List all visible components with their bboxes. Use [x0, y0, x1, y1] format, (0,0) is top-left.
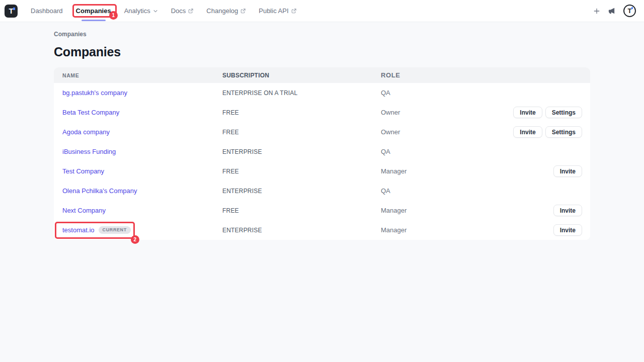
- cell-subscription: ENTERPRISE: [222, 227, 381, 234]
- breadcrumb-companies[interactable]: Companies: [54, 31, 87, 38]
- nav-item-label: Analytics: [124, 7, 150, 15]
- nav-item-docs[interactable]: Docs: [165, 0, 200, 22]
- cell-role: QA: [381, 187, 582, 195]
- user-avatar[interactable]: T: [623, 5, 636, 17]
- external-link-icon: [291, 9, 296, 14]
- column-header-role: ROLE: [381, 71, 582, 79]
- top-navigation: T DashboardCompanies1AnalyticsDocsChange…: [0, 0, 644, 22]
- invite-button[interactable]: Invite: [553, 165, 582, 177]
- nav-item-dashboard[interactable]: Dashboard: [24, 0, 69, 22]
- table-row: Next CompanyFREEManagerInvite: [54, 201, 590, 220]
- settings-button[interactable]: Settings: [545, 107, 582, 118]
- cell-subscription: FREE: [222, 129, 381, 136]
- announcements-icon[interactable]: [607, 7, 616, 15]
- company-name-wrap: bg.pastukh's company: [62, 89, 127, 97]
- cell-role: Owner: [381, 128, 513, 136]
- company-link[interactable]: Olena Pchilka's Company: [62, 187, 137, 195]
- company-link[interactable]: Beta Test Company: [62, 109, 119, 116]
- company-name-wrap: testomat.ioCURRENT2: [62, 226, 131, 234]
- table-header-row: NAME SUBSCRIPTION ROLE: [54, 67, 590, 83]
- cell-role: Manager: [381, 167, 553, 175]
- cell-actions: Invite: [553, 205, 590, 216]
- settings-button[interactable]: Settings: [545, 126, 582, 138]
- cell-role: Owner: [381, 109, 513, 116]
- cell-subscription: FREE: [222, 168, 381, 175]
- table-row: Test CompanyFREEManagerInvite: [54, 161, 590, 181]
- cell-name: Olena Pchilka's Company: [54, 187, 222, 195]
- cell-name: bg.pastukh's company: [54, 89, 222, 97]
- column-header-name: NAME: [54, 72, 222, 78]
- breadcrumb: Companies: [54, 31, 590, 38]
- app-logo[interactable]: T: [5, 5, 18, 18]
- cell-actions: Invite: [553, 224, 590, 236]
- company-link[interactable]: Agoda company: [62, 128, 110, 136]
- active-tab-underline: [82, 20, 106, 21]
- nav-item-analytics[interactable]: Analytics: [118, 0, 165, 22]
- invite-button[interactable]: Invite: [513, 126, 542, 138]
- cell-role: QA: [381, 148, 582, 155]
- company-link[interactable]: iBusiness Funding: [62, 148, 116, 155]
- cell-subscription: FREE: [222, 109, 381, 116]
- cell-subscription: ENTERPRISE: [222, 188, 381, 195]
- column-header-subscription: SUBSCRIPTION: [222, 72, 381, 79]
- cell-name: iBusiness Funding: [54, 148, 222, 155]
- avatar-logo-accent: [631, 7, 633, 9]
- cell-subscription: FREE: [222, 207, 381, 214]
- chevron-down-icon: [153, 9, 158, 14]
- table-row: iBusiness FundingENTERPRISEQA: [54, 142, 590, 161]
- company-link[interactable]: Next Company: [62, 207, 106, 214]
- cell-subscription: ENTERPRISE ON A TRIAL: [222, 89, 381, 97]
- nav-item-label: Docs: [171, 7, 186, 15]
- current-company-badge: CURRENT: [99, 226, 131, 234]
- external-link-icon: [240, 9, 246, 14]
- company-name-wrap: iBusiness Funding: [62, 148, 116, 155]
- company-link[interactable]: bg.pastukh's company: [62, 89, 127, 97]
- cell-role: Manager: [381, 207, 553, 214]
- companies-table: NAME SUBSCRIPTION ROLE bg.pastukh's comp…: [54, 67, 590, 240]
- cell-actions: InviteSettings: [513, 107, 590, 118]
- table-row: testomat.ioCURRENT2ENTERPRISEManagerInvi…: [54, 220, 590, 240]
- invite-button[interactable]: Invite: [553, 205, 582, 216]
- cell-actions: Invite: [553, 165, 590, 177]
- nav-item-label: Changelog: [206, 7, 238, 15]
- plus-icon[interactable]: [594, 8, 600, 14]
- invite-button[interactable]: Invite: [513, 107, 542, 118]
- table-body: bg.pastukh's companyENTERPRISE ON A TRIA…: [54, 83, 590, 240]
- cell-role: QA: [381, 89, 582, 97]
- logo-accent: [13, 8, 15, 10]
- company-link[interactable]: Test Company: [62, 167, 104, 175]
- company-link[interactable]: testomat.io: [62, 226, 95, 234]
- nav-item-companies[interactable]: Companies1: [69, 0, 118, 22]
- nav-item-changelog[interactable]: Changelog: [200, 0, 252, 22]
- nav-right-actions: T: [594, 5, 636, 17]
- cell-subscription: ENTERPRISE: [222, 148, 381, 155]
- annotation-step-badge: 2: [131, 235, 139, 244]
- company-name-wrap: Beta Test Company: [62, 109, 119, 116]
- company-name-wrap: Test Company: [62, 167, 104, 175]
- cell-name: Next Company: [54, 207, 222, 214]
- page-title: Companies: [54, 45, 590, 59]
- company-name-wrap: Next Company: [62, 207, 106, 214]
- cell-name: Beta Test Company: [54, 109, 222, 116]
- main-content: Companies Companies NAME SUBSCRIPTION RO…: [0, 31, 644, 240]
- external-link-icon: [188, 9, 193, 14]
- nav-item-label: Public API: [259, 7, 288, 15]
- company-name-wrap: Agoda company: [62, 128, 110, 136]
- table-row: Agoda companyFREEOwnerInviteSettings: [54, 122, 590, 142]
- nav-item-label: Dashboard: [31, 7, 63, 15]
- table-row: Beta Test CompanyFREEOwnerInviteSettings: [54, 103, 590, 122]
- nav-item-public-api[interactable]: Public API: [252, 0, 302, 22]
- cell-actions: InviteSettings: [513, 126, 590, 138]
- nav-items: DashboardCompanies1AnalyticsDocsChangelo…: [24, 0, 303, 22]
- cell-name: Agoda company: [54, 128, 222, 136]
- invite-button[interactable]: Invite: [553, 224, 582, 236]
- nav-item-label: Companies: [76, 7, 111, 15]
- company-name-wrap: Olena Pchilka's Company: [62, 187, 137, 195]
- cell-role: Manager: [381, 226, 553, 234]
- table-row: bg.pastukh's companyENTERPRISE ON A TRIA…: [54, 83, 590, 103]
- cell-name: testomat.ioCURRENT2: [54, 226, 222, 234]
- cell-name: Test Company: [54, 167, 222, 175]
- table-row: Olena Pchilka's CompanyENTERPRISEQA: [54, 181, 590, 201]
